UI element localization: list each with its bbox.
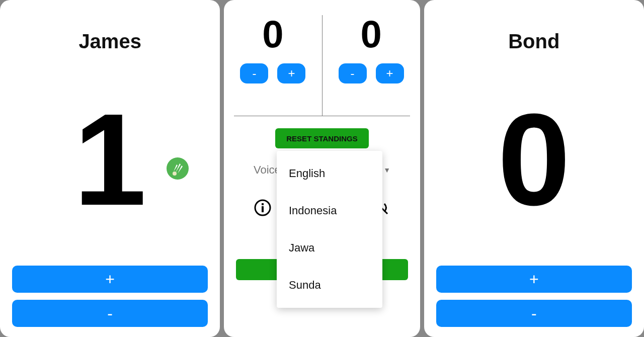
svg-rect-4 [262, 203, 264, 205]
chevron-down-icon: ▼ [383, 166, 390, 174]
standings-right-minus-button[interactable]: - [339, 63, 367, 83]
info-icon[interactable] [254, 199, 272, 217]
svg-point-1 [173, 172, 177, 176]
voice-option-jawa[interactable]: Jawa [277, 229, 382, 267]
player-left-minus-button[interactable]: - [12, 300, 208, 327]
reset-standings-button[interactable]: RESET STANDINGS [275, 128, 368, 148]
standings-right-controls: - + [339, 63, 404, 83]
player-left-panel: James 1 + - [0, 0, 220, 337]
player-right-panel: Bond 0 + - [424, 0, 644, 337]
standings-row: 0 - + 0 - + [224, 0, 420, 116]
standings-left-plus-button[interactable]: + [277, 63, 305, 83]
player-right-minus-button[interactable]: - [436, 300, 632, 327]
svg-rect-3 [262, 206, 264, 212]
standings-left-score: 0 [262, 15, 283, 53]
standings-right-plus-button[interactable]: + [376, 63, 404, 83]
player-left-name: James [78, 30, 141, 53]
player-left-plus-button[interactable]: + [12, 266, 208, 293]
standings-right-score: 0 [360, 15, 381, 53]
voice-option-sunda[interactable]: Sunda [277, 267, 382, 304]
voice-dropdown-menu: English Indonesia Jawa Sunda [277, 151, 382, 308]
standings-left: 0 - + [224, 15, 321, 116]
divider [234, 116, 410, 116]
player-left-controls: + - [12, 266, 208, 327]
player-right-score: 0 [498, 94, 571, 225]
player-right-score-wrap: 0 [436, 53, 632, 266]
voice-option-indonesia[interactable]: Indonesia [277, 192, 382, 229]
voice-option-english[interactable]: English [277, 155, 382, 192]
standings-right: 0 - + [323, 15, 420, 116]
player-right-controls: + - [436, 266, 632, 327]
player-left-score-wrap: 1 [12, 53, 208, 266]
player-left-score: 1 [73, 94, 146, 225]
standings-left-minus-button[interactable]: - [240, 63, 268, 83]
shuttlecock-icon [167, 157, 189, 180]
player-right-name: Bond [508, 30, 559, 53]
player-right-plus-button[interactable]: + [436, 266, 632, 293]
standings-left-controls: - + [240, 63, 305, 83]
